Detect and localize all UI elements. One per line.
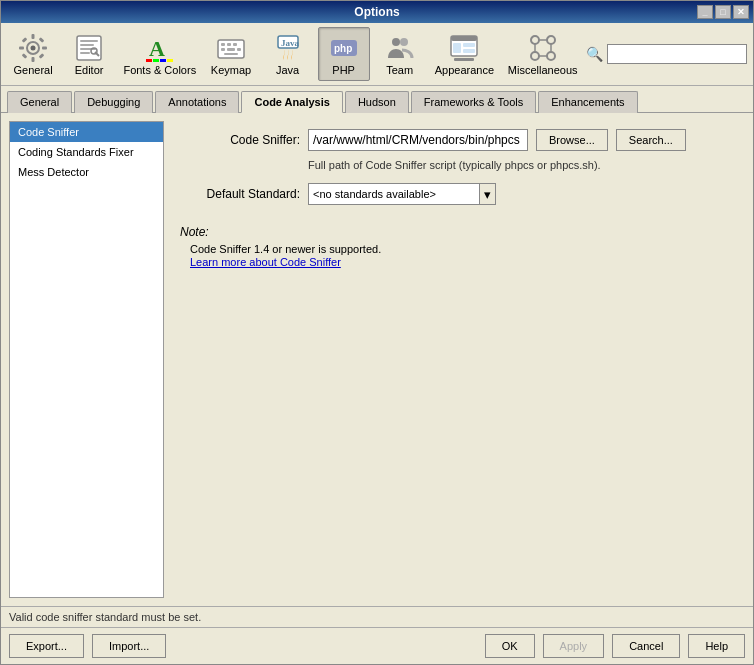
minimize-button[interactable]: _ xyxy=(697,5,713,19)
svg-rect-38 xyxy=(451,36,477,41)
window-controls: _ □ ✕ xyxy=(697,5,749,19)
title-bar: Options _ □ ✕ xyxy=(1,1,753,23)
right-panel: Code Sniffer: Browse... Search... Full p… xyxy=(172,121,745,598)
toolbar-item-general[interactable]: General xyxy=(7,27,59,81)
toolbar-editor-label: Editor xyxy=(75,64,104,76)
tab-annotations[interactable]: Annotations xyxy=(155,91,239,113)
tab-frameworks-tools[interactable]: Frameworks & Tools xyxy=(411,91,536,113)
export-button[interactable]: Export... xyxy=(9,634,84,658)
toolbar-item-java[interactable]: Java Java xyxy=(262,27,314,81)
code-sniffer-label: Code Sniffer: xyxy=(180,133,300,147)
svg-rect-40 xyxy=(463,43,475,47)
tab-bar: General Debugging Annotations Code Analy… xyxy=(1,86,753,113)
toolbar-item-keymap[interactable]: Keymap xyxy=(204,27,257,81)
default-standard-label: Default Standard: xyxy=(180,187,300,201)
window-title: Options xyxy=(354,5,399,19)
toolbar-item-appearance[interactable]: Appearance xyxy=(430,27,500,81)
toolbar-item-team[interactable]: Team xyxy=(374,27,426,81)
java-icon: Java xyxy=(272,32,304,64)
toolbar-item-fonts-colors[interactable]: A Fonts & Colors xyxy=(119,27,200,81)
general-icon xyxy=(17,32,49,64)
note-title: Note: xyxy=(180,225,737,239)
toolbar-item-miscellaneous[interactable]: Miscellaneous xyxy=(503,27,582,81)
svg-rect-27 xyxy=(221,48,225,51)
status-message: Valid code sniffer standard must be set. xyxy=(9,611,201,623)
browse-button[interactable]: Browse... xyxy=(536,129,608,151)
toolbar-miscellaneous-label: Miscellaneous xyxy=(508,64,578,76)
svg-rect-6 xyxy=(22,37,28,43)
tab-hudson[interactable]: Hudson xyxy=(345,91,409,113)
svg-point-44 xyxy=(547,36,555,44)
svg-rect-39 xyxy=(453,43,461,53)
options-window: Options _ □ ✕ xyxy=(0,0,754,665)
svg-rect-30 xyxy=(224,53,238,55)
svg-rect-11 xyxy=(80,40,98,42)
team-icon xyxy=(384,32,416,64)
svg-rect-9 xyxy=(39,53,45,59)
default-standard-dropdown[interactable]: ▾ xyxy=(479,184,495,204)
status-bar: Valid code sniffer standard must be set. xyxy=(1,606,753,627)
cancel-button[interactable]: Cancel xyxy=(612,634,680,658)
note-text: Code Sniffer 1.4 or newer is supported. xyxy=(190,243,737,255)
left-panel-item-mess-detector[interactable]: Mess Detector xyxy=(10,162,163,182)
import-button[interactable]: Import... xyxy=(92,634,166,658)
content-area: Code Sniffer Coding Standards Fixer Mess… xyxy=(1,113,753,606)
editor-icon xyxy=(73,32,105,64)
svg-rect-8 xyxy=(22,53,28,59)
search-button[interactable]: Search... xyxy=(616,129,686,151)
svg-rect-19 xyxy=(146,59,152,62)
svg-rect-42 xyxy=(454,58,474,61)
fonts-colors-icon: A xyxy=(144,32,176,64)
svg-rect-20 xyxy=(153,59,159,62)
miscellaneous-icon xyxy=(527,32,559,64)
search-input[interactable] xyxy=(607,44,747,64)
tab-debugging[interactable]: Debugging xyxy=(74,91,153,113)
svg-rect-29 xyxy=(237,48,241,51)
svg-text:Java: Java xyxy=(281,38,300,48)
footer: Export... Import... OK Apply Cancel Help xyxy=(1,627,753,664)
svg-text:A: A xyxy=(149,36,165,61)
svg-point-46 xyxy=(547,52,555,60)
tab-code-analysis[interactable]: Code Analysis xyxy=(241,91,342,113)
toolbar-fonts-colors-label: Fonts & Colors xyxy=(123,64,196,76)
svg-text:php: php xyxy=(334,43,352,54)
svg-rect-24 xyxy=(221,43,225,46)
svg-rect-21 xyxy=(160,59,166,62)
toolbar-keymap-label: Keymap xyxy=(211,64,251,76)
ok-button[interactable]: OK xyxy=(485,634,535,658)
close-button[interactable]: ✕ xyxy=(733,5,749,19)
tab-enhancements[interactable]: Enhancements xyxy=(538,91,637,113)
default-standard-input[interactable] xyxy=(309,186,479,202)
toolbar-item-php[interactable]: php PHP xyxy=(318,27,370,81)
code-sniffer-description: Full path of Code Sniffer script (typica… xyxy=(308,159,737,171)
svg-rect-12 xyxy=(80,44,94,46)
php-icon: php xyxy=(328,32,360,64)
svg-rect-28 xyxy=(227,48,235,51)
appearance-icon xyxy=(448,32,480,64)
toolbar-php-label: PHP xyxy=(332,64,355,76)
toolbar-appearance-label: Appearance xyxy=(435,64,494,76)
svg-rect-3 xyxy=(32,57,35,62)
code-sniffer-row: Code Sniffer: Browse... Search... xyxy=(180,129,737,151)
left-panel-item-coding-standards-fixer[interactable]: Coding Standards Fixer xyxy=(10,142,163,162)
svg-rect-22 xyxy=(167,59,173,62)
toolbar-java-label: Java xyxy=(276,64,299,76)
toolbar-item-editor[interactable]: Editor xyxy=(63,27,115,81)
toolbar-team-label: Team xyxy=(386,64,413,76)
keymap-icon xyxy=(215,32,247,64)
tab-general[interactable]: General xyxy=(7,91,72,113)
svg-rect-5 xyxy=(42,47,47,50)
code-sniffer-input[interactable] xyxy=(308,129,528,151)
help-button[interactable]: Help xyxy=(688,634,745,658)
svg-point-1 xyxy=(31,46,36,51)
svg-rect-7 xyxy=(39,37,45,43)
svg-point-36 xyxy=(400,38,408,46)
default-standard-row: Default Standard: ▾ xyxy=(180,183,737,205)
learn-more-link[interactable]: Learn more about Code Sniffer xyxy=(190,256,341,268)
maximize-button[interactable]: □ xyxy=(715,5,731,19)
svg-rect-4 xyxy=(19,47,24,50)
apply-button[interactable]: Apply xyxy=(543,634,605,658)
left-panel-item-code-sniffer[interactable]: Code Sniffer xyxy=(10,122,163,142)
svg-point-35 xyxy=(392,38,400,46)
toolbar-general-label: General xyxy=(13,64,52,76)
